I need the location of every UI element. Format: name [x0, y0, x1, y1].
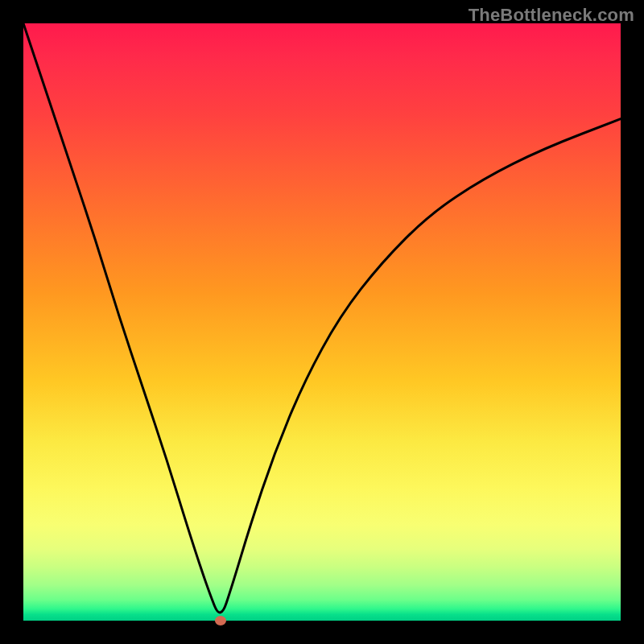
chart-container: TheBottleneck.com — [0, 0, 644, 644]
plot-frame — [23, 23, 621, 621]
